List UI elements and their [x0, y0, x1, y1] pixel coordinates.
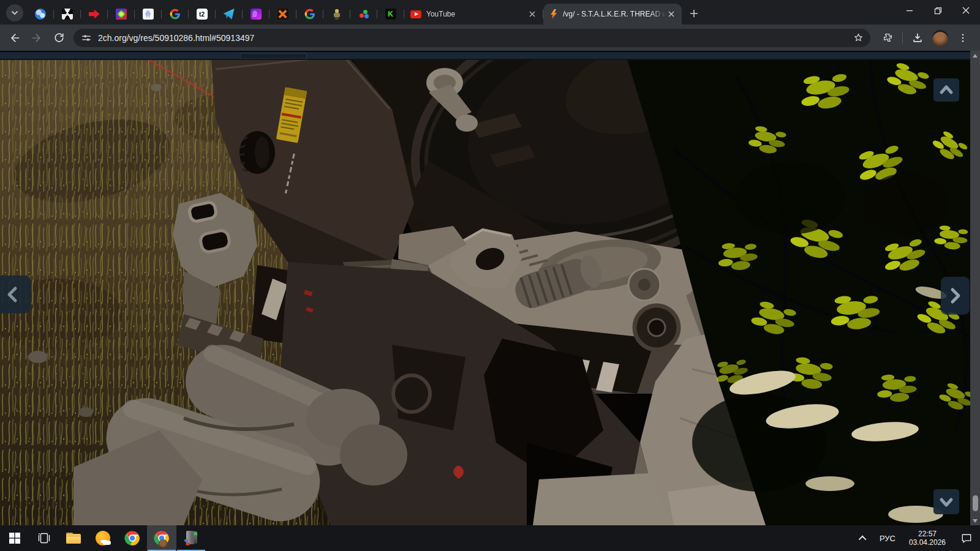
time-text: 22:57: [918, 530, 937, 538]
system-tray: РУС 22:57 03.04.2026: [853, 525, 980, 551]
expanded-image-rifle-screenshot[interactable]: [0, 51, 970, 525]
tab-active-stalker-thread[interactable]: /vg/ - S.T.A.L.K.E.R. THREAD им.: [543, 4, 682, 24]
chrome-button[interactable]: [118, 525, 147, 551]
tab-strip: t2 K YouTube: [0, 0, 980, 24]
pinned-tab-purple-app[interactable]: [243, 4, 269, 24]
clock[interactable]: 22:57 03.04.2026: [902, 525, 953, 551]
feather-favicon-icon: [143, 9, 154, 20]
pinned-tab-telegram[interactable]: [216, 4, 242, 24]
youtube-favicon-icon: [410, 10, 421, 18]
toolbar-separator: [902, 32, 903, 43]
task-view-button[interactable]: [29, 525, 59, 551]
reload-button[interactable]: [49, 28, 69, 48]
previous-image-button[interactable]: [0, 276, 31, 313]
menu-kebab-icon[interactable]: [953, 28, 973, 48]
window-controls: [895, 0, 980, 21]
green-k-favicon-icon: K: [385, 9, 396, 20]
file-explorer-button[interactable]: [59, 525, 88, 551]
globe-favicon-icon: [35, 9, 46, 20]
windows-taskbar: РУС 22:57 03.04.2026: [0, 525, 980, 551]
red-arrow-favicon-icon: [89, 9, 100, 20]
url-text[interactable]: 2ch.org/vg/res/50910286.html#50913497: [98, 33, 853, 43]
scrollbar-thumb[interactable]: [973, 495, 978, 511]
taskbar-app-button[interactable]: [176, 525, 206, 551]
pinned-tab-character[interactable]: [323, 4, 350, 24]
pinned-tab-diamond[interactable]: [108, 4, 134, 24]
close-tab-icon[interactable]: [527, 9, 538, 20]
google-favicon-icon: [170, 9, 181, 20]
page-content: [0, 51, 980, 525]
bookmark-star-icon[interactable]: [853, 32, 864, 43]
pinned-tab-orange-burst[interactable]: [270, 4, 296, 24]
forward-button[interactable]: [27, 28, 47, 48]
restore-button[interactable]: [924, 0, 952, 21]
tab-title: YouTube: [426, 10, 527, 18]
radiation-favicon-icon: [62, 9, 73, 20]
minimize-button[interactable]: [895, 0, 924, 21]
task-view-icon: [38, 533, 50, 544]
profile-badge-icon: [159, 539, 168, 549]
pinned-tab-globe[interactable]: [27, 4, 53, 24]
pinned-tab-color-dots[interactable]: [350, 4, 377, 24]
chevron-right-icon: [943, 281, 968, 310]
next-image-button[interactable]: [941, 277, 970, 315]
weather-app-button[interactable]: [88, 525, 118, 551]
pinned-tab-feather[interactable]: [135, 4, 161, 24]
chrome-icon: [124, 530, 140, 546]
downloads-icon[interactable]: [908, 28, 927, 48]
scroll-to-bottom-button[interactable]: [933, 489, 959, 514]
scrollbar-down-arrow[interactable]: [970, 516, 980, 525]
scroll-to-top-button[interactable]: [933, 78, 959, 102]
scrollbar-up-arrow[interactable]: [970, 51, 980, 60]
diamond-favicon-icon: [116, 9, 127, 20]
pinned-tab-google-1[interactable]: [162, 4, 188, 24]
close-tab-icon[interactable]: [666, 9, 677, 20]
chevron-left-icon: [0, 280, 24, 309]
tab-youtube[interactable]: YouTube: [404, 4, 543, 24]
pinned-tab-radiation[interactable]: [54, 4, 80, 24]
telegram-favicon-icon: [224, 9, 235, 20]
page-header-strip: [0, 51, 970, 60]
t2-favicon-icon: t2: [197, 9, 208, 20]
sun-cloud-icon: [96, 531, 110, 545]
google-favicon-icon: [304, 9, 315, 20]
extensions-icon[interactable]: [878, 28, 897, 48]
pinned-tab-google-2[interactable]: [296, 4, 323, 24]
orange-burst-favicon-icon: [277, 9, 288, 20]
chevron-up-icon: [858, 535, 866, 543]
page-scrollbar[interactable]: [970, 51, 980, 525]
language-indicator[interactable]: РУС: [873, 525, 902, 551]
chevron-down-icon: [934, 491, 959, 513]
profile-avatar[interactable]: [932, 30, 948, 46]
chevron-down-icon: [11, 9, 18, 17]
new-tab-button[interactable]: [685, 5, 703, 22]
tab-search-button[interactable]: [6, 4, 23, 21]
chevron-up-icon: [934, 79, 959, 101]
browser-toolbar: 2ch.org/vg/res/50910286.html#50913497: [0, 24, 980, 51]
pinned-tab-red-arrow[interactable]: [81, 4, 107, 24]
date-text: 03.04.2026: [909, 538, 946, 547]
browser-window: t2 K YouTube: [0, 0, 980, 551]
chrome-active-window-button[interactable]: [147, 525, 176, 551]
color-dots-favicon-icon: [358, 9, 369, 20]
notification-icon: [961, 533, 972, 544]
site-settings-icon[interactable]: [81, 32, 92, 43]
pinned-tab-t2[interactable]: t2: [189, 4, 215, 24]
toolbar-right-cluster: [876, 28, 974, 48]
app-icon: [184, 531, 198, 545]
character-sprite-favicon-icon: [331, 9, 342, 20]
start-button[interactable]: [0, 525, 29, 551]
address-bar[interactable]: 2ch.org/vg/res/50910286.html#50913497: [74, 29, 870, 47]
back-button[interactable]: [5, 28, 24, 48]
lightning-favicon-icon: [549, 9, 558, 19]
pinned-tab-green-k[interactable]: K: [377, 4, 404, 24]
tray-expand-button[interactable]: [853, 525, 873, 551]
folder-icon: [66, 533, 81, 544]
windows-logo-icon: [9, 533, 20, 544]
purple-app-favicon-icon: [251, 9, 262, 20]
tab-title: /vg/ - S.T.A.L.K.E.R. THREAD им.: [563, 10, 666, 18]
close-window-button[interactable]: [952, 0, 980, 21]
action-center-button[interactable]: [953, 525, 980, 551]
